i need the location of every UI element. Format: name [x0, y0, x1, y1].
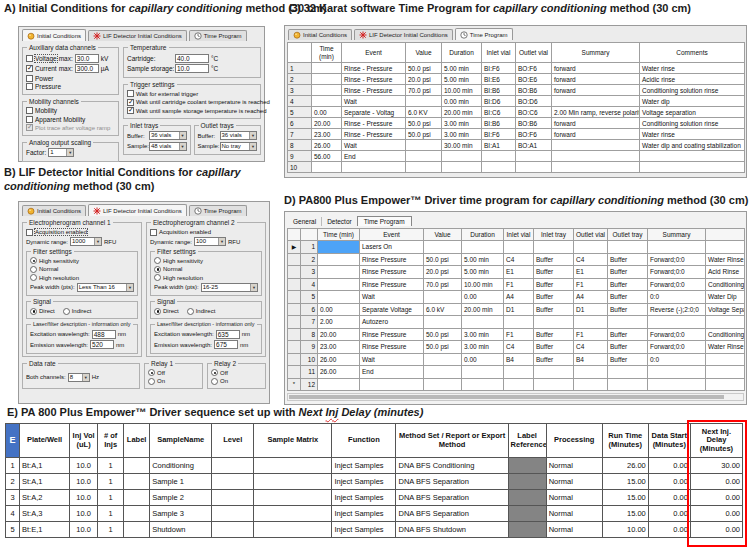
tab-initial-conditions[interactable]: Initial Conditions	[288, 29, 352, 40]
cell[interactable]	[706, 241, 745, 254]
cell[interactable]: 20.00 min	[442, 107, 482, 118]
cell[interactable]: 1	[288, 63, 312, 74]
cell[interactable]	[312, 63, 342, 74]
cell[interactable]: Conditioning	[706, 278, 745, 291]
high-resolution-radio[interactable]	[154, 274, 161, 281]
cell[interactable]	[424, 378, 462, 391]
cell[interactable]	[516, 151, 552, 162]
cell[interactable]: Buffer	[608, 353, 648, 366]
cell[interactable]: forward	[552, 63, 640, 74]
cell[interactable]: 10.00 min	[462, 278, 504, 291]
acquisition-enabled-checkbox[interactable]	[150, 229, 157, 236]
cell[interactable]: BI:B6	[482, 85, 516, 96]
cell[interactable]: Separate Voltage	[360, 303, 424, 316]
cell[interactable]	[534, 241, 574, 254]
cell[interactable]: Shutdown	[150, 522, 212, 538]
cell[interactable]	[406, 96, 442, 107]
cell[interactable]	[552, 140, 640, 151]
cell[interactable]: Rinse - Pressure	[342, 85, 406, 96]
tab-time-program[interactable]: Time Program	[455, 28, 513, 40]
cell[interactable]: 10	[301, 353, 318, 366]
cell[interactable]: forward	[552, 118, 640, 129]
cell[interactable]: Bt:E,1	[20, 522, 70, 538]
cell[interactable]	[574, 378, 608, 391]
cell[interactable]: 26.00	[312, 140, 342, 151]
cell[interactable]: 10.0	[70, 490, 98, 506]
cell[interactable]: Buffer	[608, 328, 648, 341]
cell[interactable]: 0:0	[648, 353, 706, 366]
cell[interactable]: Rinse Pressure	[360, 278, 424, 291]
scrollbar-thumb[interactable]	[289, 395, 724, 399]
cell[interactable]	[288, 253, 301, 266]
tab-detector[interactable]: Detector	[322, 217, 357, 226]
cell[interactable]	[318, 266, 360, 279]
cell[interactable]: DNA BFS Separation	[396, 490, 508, 506]
chevron-down-icon[interactable]	[249, 132, 256, 139]
cell[interactable]	[608, 241, 648, 254]
cell[interactable]: Rinse Pressure	[360, 328, 424, 341]
cartridge-temp-input[interactable]: 40.0	[175, 54, 209, 63]
cell[interactable]: Conditioning solution rinse	[640, 85, 745, 96]
direct-radio[interactable]	[30, 308, 37, 315]
cell[interactable]: Water rinse	[640, 129, 745, 140]
cell[interactable]: Sample 1	[150, 474, 212, 490]
cell[interactable]: 15.00	[602, 506, 648, 522]
cell[interactable]: 9	[288, 151, 312, 162]
cell[interactable]	[318, 291, 360, 304]
cell[interactable]	[508, 474, 546, 490]
cell[interactable]: 8	[301, 328, 318, 341]
cell[interactable]: Sample 3	[150, 506, 212, 522]
cell[interactable]: 5.00 min	[462, 253, 504, 266]
cell[interactable]: Buffer	[608, 278, 648, 291]
cell[interactable]	[508, 490, 546, 506]
cell[interactable]: Normal	[546, 458, 602, 474]
cell[interactable]	[706, 378, 745, 391]
cell[interactable]: 5	[6, 522, 20, 538]
cell[interactable]: Wait	[360, 291, 424, 304]
cell[interactable]: forward	[552, 74, 640, 85]
cell[interactable]: 2	[6, 474, 20, 490]
cell[interactable]: 20.0 psi	[406, 74, 442, 85]
normal-radio[interactable]	[30, 266, 37, 273]
relay1-off-radio[interactable]	[148, 369, 155, 376]
cell[interactable]: 0.00	[648, 490, 690, 506]
cell[interactable]	[318, 241, 360, 254]
cell[interactable]: Forward;0:0	[648, 341, 706, 354]
cell[interactable]: Water dip	[640, 96, 745, 107]
cell[interactable]: F1	[574, 328, 608, 341]
cell[interactable]	[288, 291, 301, 304]
cell[interactable]: C4	[504, 253, 534, 266]
cell[interactable]: Acidic rinse	[640, 74, 745, 85]
current-max-input[interactable]: 300.0	[75, 64, 99, 73]
cell[interactable]: 0.00	[648, 506, 690, 522]
cell[interactable]: Normal	[546, 506, 602, 522]
cell[interactable]: 50.0 psi	[406, 118, 442, 129]
cell[interactable]: 0:0	[648, 291, 706, 304]
cell[interactable]	[254, 522, 332, 538]
cell[interactable]	[534, 366, 574, 379]
tab-time-program[interactable]: Time Program	[189, 30, 247, 41]
cell[interactable]: C4	[504, 341, 534, 354]
cell[interactable]: BI:B6	[482, 118, 516, 129]
cell[interactable]: Sample 2	[150, 490, 212, 506]
cell[interactable]	[318, 378, 360, 391]
cell[interactable]: 2	[288, 74, 312, 85]
cell[interactable]	[462, 378, 504, 391]
power-checkbox[interactable]	[26, 75, 33, 82]
cell[interactable]: 2.00 Min ramp, reverse polarity	[552, 107, 640, 118]
cell[interactable]: 5	[301, 291, 318, 304]
cell[interactable]	[312, 96, 342, 107]
cell[interactable]: Rinse Pressure	[360, 341, 424, 354]
cell[interactable]	[318, 278, 360, 291]
cell[interactable]	[640, 151, 745, 162]
cell[interactable]: DNA BFS Separation	[396, 506, 508, 522]
cell[interactable]: D1	[574, 303, 608, 316]
cell[interactable]	[288, 366, 301, 379]
cell[interactable]	[424, 241, 462, 254]
indirect-radio[interactable]	[63, 308, 70, 315]
cell[interactable]: BO:F6	[516, 63, 552, 74]
cell[interactable]: BI:A1	[482, 140, 516, 151]
cell[interactable]	[254, 506, 332, 522]
cell[interactable]: 0.00	[648, 474, 690, 490]
cell[interactable]: Inject Samples	[332, 490, 396, 506]
